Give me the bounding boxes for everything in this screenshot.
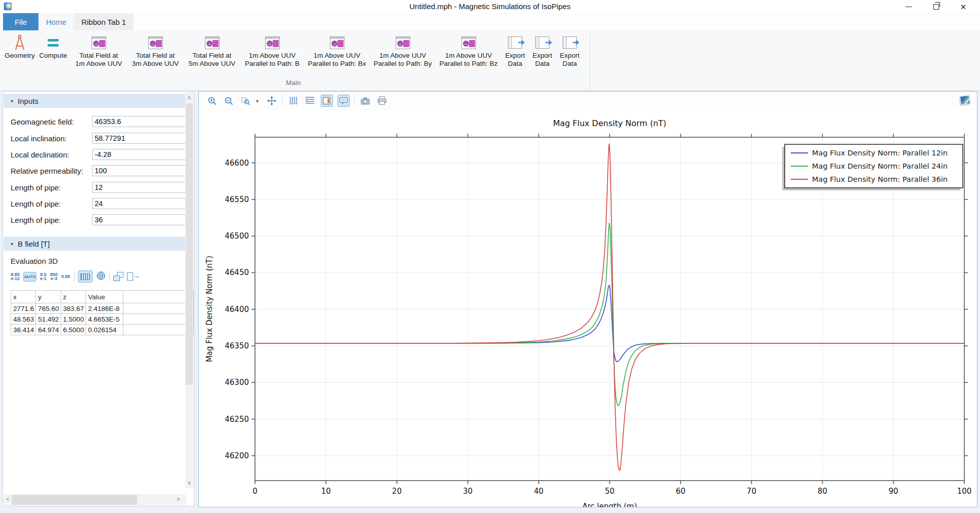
restore-button[interactable] [927,0,945,13]
cell [123,314,193,325]
field-label: Relative permeability: [11,167,83,175]
field-row: Length of pipe: [3,214,194,226]
scroll-down-icon[interactable]: ∨ [185,480,193,486]
cell: 1.5000 [61,314,86,325]
svg-text:20: 20 [392,487,402,496]
precision-8.85e-12-button[interactable]: 8.85e-12 [11,272,20,281]
button-label: 1m Above UUV [445,52,492,60]
plot-canvas[interactable]: 0102030405060708090100462004625046300463… [199,110,977,507]
table-row[interactable]: 2771.6 765.60 383.67 2.4186E-8 [11,303,194,314]
vertical-scrollbar[interactable]: ∧ ∨ [185,92,193,488]
scroll-up-icon[interactable]: ∧ [185,94,193,101]
toolbar-separator [109,271,110,282]
button-label: 5m Above UUV [189,60,235,68]
minimize-button[interactable] [900,0,917,13]
zoom-in-button[interactable] [206,95,218,107]
button-label: Data [535,60,550,68]
scroll-left-icon[interactable]: < [6,496,10,503]
tab-file[interactable]: File [3,13,38,30]
bfield-section-header[interactable]: ▾ B field [T] [4,236,186,251]
button-label: Total Field at [79,52,118,60]
precision-8.5e-1-button[interactable]: 8.5e-1 [40,272,47,281]
compute-button[interactable]: Compute [36,32,70,67]
ribbon-group-main: Geometry Compute → Total Field at 1m Abo… [4,32,583,67]
auto-precision-button[interactable]: AUTO [23,272,36,282]
col-header-z[interactable]: z [61,291,86,303]
tab-home[interactable]: Home [38,13,74,30]
button-label: Total Field at [193,52,232,60]
export-data-icon: ➔ [563,33,577,52]
close-button[interactable]: ✕ [955,0,972,13]
svg-text:30: 30 [463,487,473,496]
precision-850e-3-button[interactable]: 850e-3 [50,272,58,281]
precision-0.85-button[interactable]: 0.85 [61,274,70,279]
parallel-path-bx-button[interactable]: → 1m Above UUV Parallel to Path: Bx [305,32,369,67]
x-grid-button[interactable] [287,95,300,107]
export-data-icon: ➔ [508,33,522,52]
scrollbar-thumb[interactable] [12,495,137,505]
sphere-plot-button[interactable] [96,271,106,283]
cell: 36.414 [11,325,36,335]
button-label: Data [508,60,523,68]
export-data-button-3[interactable]: ➔ Export Data [557,32,583,67]
table-row[interactable]: 48.563 51.492 1.5000 4.6653E-5 [11,314,194,325]
col-header-x[interactable]: x [11,291,36,303]
export-data-button-1[interactable]: ➔ Export Data [502,32,528,67]
table-view-button[interactable] [78,270,93,283]
parallel-path-b-button[interactable]: → 1m Above UUV Parallel to Path: B [241,32,304,67]
cell: 51.492 [36,314,61,325]
cell: 4.6653E-5 [86,314,123,325]
total-field-1m-button[interactable]: → Total Field at 1m Above UUV [71,32,126,67]
restore-icon [933,4,939,10]
app-window: { "window": { "title": "Untitled.mph - M… [0,0,980,513]
copy-table-button[interactable] [113,272,123,281]
cell: 48.563 [11,314,36,325]
button-label: 1m Above UUV [75,60,122,68]
field-row: Geomagnetic field: [3,116,194,128]
export-data-button-2[interactable]: ➔ Export Data [529,32,556,67]
pipe-length-12-input[interactable] [92,182,188,193]
snapshot-camera-button[interactable] [359,95,371,107]
table-icon [80,273,90,280]
cell: 0.026154 [86,325,123,335]
zoom-out-button[interactable] [223,95,235,107]
color-legend-toggle-button[interactable] [321,95,333,107]
print-button[interactable] [376,95,388,107]
minimize-icon [906,7,912,7]
total-field-3m-button[interactable]: → Total Field at 3m Above UUV [127,32,183,67]
inputs-section-header[interactable]: ▾ Inputs [4,94,186,108]
cell: 64.974 [36,325,61,335]
export-table-button[interactable]: → [127,272,139,281]
col-header-y[interactable]: y [36,291,61,303]
tooltip-toggle-button[interactable] [337,95,350,107]
geometry-button[interactable]: Geometry [4,32,35,67]
button-label: Parallel to Path: Bz [440,60,498,68]
zoom-extents-button[interactable] [266,95,278,107]
col-header-value[interactable]: Value [86,291,123,303]
button-label: Export [505,52,525,60]
zoom-box-button[interactable] [239,95,251,107]
zoom-dropdown-caret-icon[interactable]: ▾ [256,98,261,104]
table-row[interactable]: 36.414 64.974 6.5000 0.026154 [11,325,194,335]
settings-panel: ▾ Inputs Geomagnetic field: Local inclin… [3,91,194,506]
field-row: Relative permeability: [3,165,194,177]
y-grid-button[interactable] [304,95,316,107]
cell [123,325,193,335]
tab-ribbon-tab-1[interactable]: Ribbon Tab 1 [74,13,134,30]
evaluation-table[interactable]: x y z Value 2771.6 765.60 383.67 2.4186E… [11,290,194,335]
parallel-path-bz-button[interactable]: → 1m Above UUV Parallel to Path: Bz [436,32,501,67]
geomagnetic-field-input[interactable] [92,116,188,127]
horizontal-scrollbar[interactable]: < > [4,494,186,505]
scrollbar-thumb[interactable] [186,103,193,385]
svg-text:46450: 46450 [225,268,249,277]
pipe-length-24-input[interactable] [92,198,188,209]
relative-permeability-input[interactable] [92,165,188,176]
collapse-triangle-icon: ▾ [11,98,13,104]
local-inclination-input[interactable] [92,133,188,144]
total-field-5m-button[interactable]: → Total Field at 5m Above UUV [184,32,240,67]
local-declination-input[interactable] [92,149,188,160]
pipe-length-36-input[interactable] [92,214,188,225]
parallel-path-by-button[interactable]: → 1m Above UUV Parallel to Path: By [370,32,435,67]
window-title: Untitled.mph - Magnetic Simulations of I… [0,2,980,11]
scroll-right-icon[interactable]: > [177,496,180,503]
